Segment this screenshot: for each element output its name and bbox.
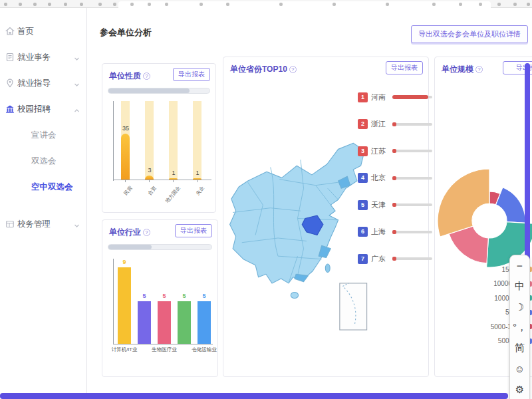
sidebar-item-label: 校园招聘: [17, 104, 51, 115]
export-report-button[interactable]: 导出报表: [386, 61, 423, 74]
page-title: 参会单位分析: [100, 27, 152, 39]
datazoom-thumb[interactable]: [108, 88, 190, 93]
sidebar-item-4[interactable]: 校园招聘: [0, 100, 86, 118]
rank-badge: 7: [358, 254, 368, 264]
x-axis-label: 仓储运输业: [191, 346, 217, 352]
rank-bar-value: [392, 257, 396, 261]
export-report-button[interactable]: 导出报表: [173, 68, 210, 81]
toolbar-icon-remnant: [386, 3, 389, 6]
rank-row[interactable]: 4北京: [358, 173, 432, 184]
sidebar-item-2[interactable]: 就业事务: [0, 49, 86, 66]
sidebar-subitem-active[interactable]: 空中双选会: [0, 178, 86, 196]
sidebar-item-label: 就业事务: [17, 52, 51, 63]
sidebar-subitem-item[interactable]: 宣讲会: [0, 126, 86, 144]
datazoom-slider[interactable]: [108, 88, 210, 94]
background-column: [169, 101, 178, 180]
horizontal-scrollbar-thumb[interactable]: [0, 393, 508, 399]
rank-bar-track: [392, 231, 432, 233]
browser-toolbar-remnant: [0, 0, 532, 8]
province-name: 河南: [371, 92, 388, 102]
rank-badge: 1: [358, 92, 368, 102]
x-axis-tick: [173, 180, 174, 182]
panel-unit-industry-title: 单位行业?: [109, 227, 150, 238]
rank-row[interactable]: 6上海: [358, 227, 432, 237]
sidebar-subitem-item[interactable]: 双选会: [0, 152, 86, 170]
im-emoji-icon[interactable]: ☺: [510, 358, 529, 379]
value-bar[interactable]: [198, 301, 211, 344]
china-map[interactable]: [225, 136, 376, 335]
im-settings-gear-icon[interactable]: ⚙: [510, 379, 529, 399]
sidebar-item-5[interactable]: 校务管理: [0, 215, 86, 233]
rank-badge: 5: [358, 200, 368, 210]
x-axis-tick: [197, 180, 198, 182]
help-icon[interactable]: ?: [143, 72, 150, 80]
value-bar[interactable]: [121, 134, 130, 180]
bar-chart-unit-nature: 35民营3合资1地方国企1央企: [106, 98, 213, 210]
toolbar-icon-remnant: [165, 3, 168, 6]
value-bar[interactable]: [178, 301, 191, 344]
toolbar-icon-remnant: [200, 3, 203, 6]
rank-bar-value: [392, 149, 396, 153]
help-icon[interactable]: ?: [289, 66, 297, 73]
bar-value-label: 9: [122, 259, 126, 265]
toolbar-icon-remnant: [130, 3, 134, 6]
rank-row[interactable]: 1河南: [358, 92, 432, 102]
province-name: 上海: [371, 227, 388, 237]
help-icon[interactable]: ?: [143, 229, 150, 236]
x-axis-line: [113, 344, 213, 344]
chevron-down-icon: [74, 221, 80, 227]
sidebar-item-3[interactable]: 就业指导: [0, 74, 86, 92]
bar-value-label: 35: [122, 125, 129, 132]
y-axis-line: [113, 101, 114, 181]
province-name: 天津: [371, 200, 388, 210]
export-report-button[interactable]: 导出报表: [175, 224, 212, 237]
input-method-toolbar: −中☽°，简☺⚙: [509, 255, 530, 399]
im-punctuation-mode-icon[interactable]: °，: [510, 317, 529, 338]
panel-unit-province-title: 单位省份TOP10?: [230, 64, 297, 75]
toolbar-icon-remnant: [80, 3, 83, 6]
rank-row[interactable]: 3江苏: [358, 146, 432, 156]
bar-chart-unit-industry: 9计算机/IT业55生物医疗业55仓储运输业: [106, 255, 215, 373]
im-half-fullwidth-moon-icon[interactable]: ☽: [510, 297, 529, 317]
im-minimize-icon[interactable]: −: [510, 255, 529, 276]
datazoom-slider[interactable]: [108, 244, 212, 250]
rank-row[interactable]: 5天津: [358, 200, 432, 210]
rank-badge: 4: [358, 173, 368, 183]
rank-bar-value: [392, 176, 396, 180]
province-name: 北京: [371, 173, 388, 183]
rank-bar-value: [392, 122, 396, 126]
x-axis-label: 合资: [146, 185, 158, 197]
datazoom-thumb[interactable]: [108, 245, 152, 249]
rank-bar-track: [392, 150, 432, 152]
bar-value-label: 1: [196, 170, 199, 176]
vertical-scrollbar-thumb[interactable]: [525, 63, 530, 286]
x-axis-tick: [125, 180, 126, 182]
bar-value-label: 3: [148, 167, 151, 174]
panel-unit-nature-title: 单位性质?: [109, 70, 150, 82]
province-name: 浙江: [371, 119, 388, 129]
y-axis-line: [113, 259, 114, 344]
rank-bar-track: [392, 203, 432, 206]
x-axis-label: 民营: [122, 185, 134, 197]
rank-row[interactable]: 2浙江: [358, 119, 432, 130]
panel-unit-industry: 单位行业? 导出报表 9计算机/IT业55生物医疗业55仓储运输业: [102, 219, 218, 377]
bar-value-label: 1: [172, 170, 175, 176]
home-icon: [5, 27, 15, 36]
document-icon: [5, 53, 15, 62]
toolbar-icon-remnant: [98, 3, 102, 6]
toolbar-icon-remnant: [279, 3, 283, 6]
chevron-down-icon: [74, 55, 80, 61]
value-bar[interactable]: [158, 301, 171, 344]
help-icon[interactable]: ?: [475, 66, 483, 73]
value-bar[interactable]: [138, 301, 151, 344]
toolbar-icon-remnant: [113, 3, 116, 6]
toolbar-icon-remnant: [527, 3, 530, 6]
background-column: [193, 101, 201, 180]
sidebar-item-1[interactable]: 首页: [0, 23, 86, 40]
im-chinese-mode-icon[interactable]: 中: [510, 276, 529, 297]
rank-row[interactable]: 7广东: [358, 253, 432, 264]
rank-bar-track: [392, 123, 432, 126]
export-units-positions-button[interactable]: 导出双选会参会单位及职位详情: [411, 25, 528, 43]
im-simplified-chinese-icon[interactable]: 简: [510, 338, 529, 358]
value-bar[interactable]: [118, 267, 131, 344]
